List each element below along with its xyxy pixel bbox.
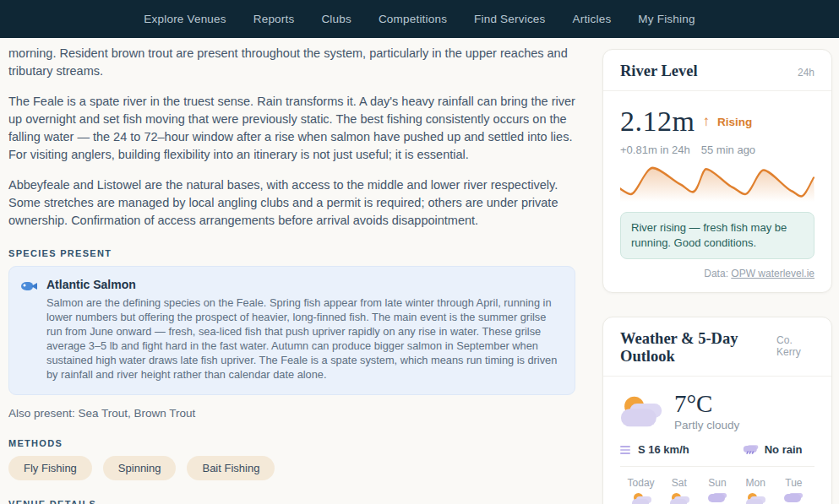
river-level-value-row: 2.12m ↑ Rising <box>620 106 814 138</box>
fish-icon <box>21 280 38 292</box>
weather-title: Weather & 5-Day Outlook <box>620 330 776 366</box>
method-pill-bait-fishing: Bait Fishing <box>187 456 275 480</box>
species-name: Atlantic Salmon <box>46 278 561 291</box>
venue-article: morning. Resident brown trout are presen… <box>8 38 575 504</box>
nav-articles[interactable]: Articles <box>573 13 612 25</box>
article-paragraph: The Feale is a spate river in the truest… <box>8 93 575 163</box>
weather-location: Co. Kerry <box>776 334 814 358</box>
rain-value: No rain <box>765 443 803 456</box>
nav-reports[interactable]: Reports <box>253 13 295 25</box>
current-temp: 7°C <box>674 391 739 416</box>
right-sidebar: River Level 24h 2.12m ↑ Rising +0.81m in… <box>602 38 832 504</box>
river-condition-note: River rising — fresh fish may be running… <box>620 212 814 259</box>
current-weather-text: 7°C Partly cloudy <box>674 391 739 431</box>
forecast-day-label: Sat <box>660 477 698 489</box>
river-level-sparkline <box>620 165 814 202</box>
trend-up-arrow-icon: ↑ <box>702 113 710 130</box>
nav-explore-venues[interactable]: Explore Venues <box>144 13 226 25</box>
article-paragraph: morning. Resident brown trout are presen… <box>8 45 575 79</box>
current-weather: 7°C Partly cloudy <box>620 391 814 431</box>
method-pills: Fly Fishing Spinning Bait Fishing <box>8 456 575 480</box>
weather-body: 7°C Partly cloudy S 16 km/h No rain <box>603 377 831 504</box>
partly-cloudy-icon <box>619 397 662 427</box>
river-level-updated: 55 min ago <box>701 144 755 156</box>
methods-heading: METHODS <box>8 438 575 448</box>
opw-waterlevel-link[interactable]: OPW waterlevel.ie <box>731 268 814 279</box>
trend-label: Rising <box>717 116 752 128</box>
also-present-text: Also present: Sea Trout, Brown Trout <box>8 407 575 420</box>
nav-competitions[interactable]: Competitions <box>379 13 447 25</box>
weather-panel: Weather & 5-Day Outlook Co. Kerry 7°C Pa… <box>602 317 832 504</box>
river-level-title: River Level <box>620 62 698 80</box>
forecast-day-label: Tue <box>775 477 813 489</box>
weather-metrics: S 16 km/h No rain <box>620 443 814 456</box>
river-level-range: 24h <box>798 67 814 79</box>
partly-cloudy-icon <box>745 493 765 504</box>
top-navigation: Explore Venues Reports Clubs Competition… <box>0 0 839 38</box>
wind-icon <box>620 445 631 454</box>
partly-cloudy-icon <box>669 493 689 504</box>
forecast-col-tue: Tue 13° 8° <box>775 477 813 504</box>
nav-find-services[interactable]: Find Services <box>474 13 545 25</box>
forecast-col-sun: Sun 10° 6° <box>698 477 736 504</box>
species-card: Atlantic Salmon Salmon are the defining … <box>8 266 575 396</box>
current-condition: Partly cloudy <box>674 419 739 431</box>
source-prefix: Data: <box>704 268 731 279</box>
method-pill-spinning: Spinning <box>103 456 177 480</box>
method-pill-fly-fishing: Fly Fishing <box>8 456 92 480</box>
river-level-change-row: +0.81m in 24h 55 min ago <box>620 144 814 156</box>
species-description: Salmon are the defining species on the F… <box>46 295 561 382</box>
forecast-day-label: Mon <box>737 477 775 489</box>
river-level-change: +0.81m in 24h <box>620 144 690 156</box>
river-level-value: 2.12m <box>620 106 695 138</box>
rain-cloud-icon <box>743 445 755 453</box>
species-card-content: Atlantic Salmon Salmon are the defining … <box>46 278 561 382</box>
species-present-heading: SPECIES PRESENT <box>8 248 575 258</box>
venue-details-heading: VENUE DETAILS <box>8 499 575 504</box>
five-day-forecast: Today 7° 6° Sat 12° 6° Sun 10° <box>620 466 814 504</box>
river-level-panel: River Level 24h 2.12m ↑ Rising +0.81m in… <box>602 49 832 293</box>
river-data-source: Data: OPW waterlevel.ie <box>620 268 814 279</box>
wind-metric: S 16 km/h <box>620 443 689 456</box>
river-level-body: 2.12m ↑ Rising +0.81m in 24h 55 min ago <box>603 91 831 292</box>
partly-cloudy-icon <box>631 493 651 504</box>
current-weather-icon-wrap <box>620 394 662 428</box>
forecast-col-sat: Sat 12° 6° <box>660 477 698 504</box>
article-paragraph: Abbeyfeale and Listowel are the natural … <box>8 176 575 229</box>
rain-cloud-icon <box>707 493 727 504</box>
forecast-day-label: Sun <box>698 477 736 489</box>
forecast-col-mon: Mon 10° 6° <box>737 477 775 504</box>
river-level-header: River Level 24h <box>603 50 831 91</box>
weather-header: Weather & 5-Day Outlook Co. Kerry <box>603 317 831 377</box>
forecast-day-label: Today <box>622 477 660 489</box>
page-layout: morning. Resident brown trout are presen… <box>0 38 839 504</box>
nav-clubs[interactable]: Clubs <box>321 13 351 25</box>
forecast-col-today: Today 7° 6° <box>622 477 660 504</box>
nav-my-fishing[interactable]: My Fishing <box>638 13 695 25</box>
wind-value: S 16 km/h <box>638 443 689 456</box>
rain-metric: No rain <box>743 443 803 456</box>
rain-cloud-icon <box>783 493 804 504</box>
